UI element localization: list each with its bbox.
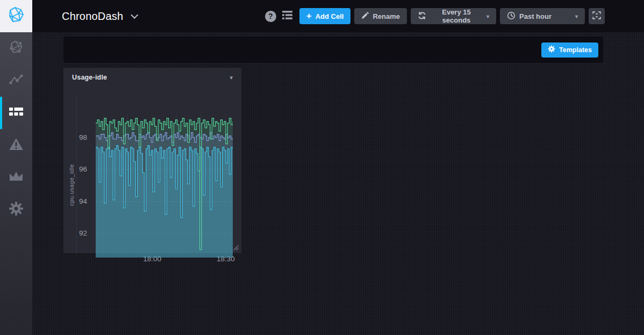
sidebar-item-data-explorer[interactable] — [0, 65, 32, 97]
cell-chart-area: cpu.usage_idle 98969492 18:0018:30 — [63, 87, 241, 253]
dashboard-title-dropdown[interactable]: ChronoDash — [62, 0, 136, 32]
refresh-interval-dropdown[interactable]: Every 15 seconds ▾ — [411, 8, 496, 24]
help-button[interactable]: ? — [265, 11, 276, 22]
graph-options-button[interactable] — [282, 11, 292, 22]
clock-icon — [507, 11, 516, 22]
plus-icon: + — [306, 11, 312, 20]
list-icon — [282, 11, 292, 22]
templates-label: Templates — [559, 46, 592, 54]
refresh-icon — [418, 11, 426, 22]
fullscreen-icon — [592, 11, 601, 21]
cell-resize-handle[interactable] — [231, 243, 239, 251]
cubo-icon — [8, 39, 24, 58]
cell-title: Usage-idle — [72, 74, 107, 81]
y-tick-label: 94 — [69, 197, 87, 205]
cell-header[interactable]: Usage-idle ▾ — [63, 68, 241, 87]
crown-icon — [9, 171, 24, 184]
navbar-actions: ? + Add Cell Rename — [265, 0, 605, 32]
refresh-interval-label: Every 15 seconds — [430, 8, 483, 24]
gear-icon — [9, 201, 24, 218]
dashboards-grid-icon — [9, 108, 23, 118]
cell-menu-caret-icon: ▾ — [230, 74, 233, 81]
app-logo-button[interactable] — [0, 0, 32, 32]
usage-chart-svg[interactable] — [96, 113, 233, 258]
time-range-label: Past hour — [519, 12, 552, 20]
time-range-dropdown[interactable]: Past hour ▾ — [500, 8, 585, 24]
sidebar-item-alerts[interactable] — [0, 129, 32, 161]
alert-triangle-icon — [9, 138, 24, 153]
pencil-icon — [361, 12, 369, 21]
graph-line-icon — [9, 73, 24, 88]
chevron-down-icon — [131, 11, 138, 19]
y-tick-label: 92 — [69, 229, 87, 237]
chronograf-logo-icon — [7, 6, 25, 26]
y-tick-label: 96 — [69, 165, 87, 173]
question-icon: ? — [268, 12, 273, 20]
dashboard-cell-usage-idle: Usage-idle ▾ cpu.usage_idle 98969492 18:… — [63, 68, 241, 253]
template-variables-bar: Templates — [63, 37, 603, 63]
rename-label: Rename — [373, 12, 400, 20]
presentation-mode-button[interactable] — [589, 8, 605, 24]
templates-button[interactable]: Templates — [541, 42, 598, 58]
sidebar-item-settings[interactable] — [0, 194, 32, 226]
sidebar-item-hosts[interactable] — [0, 32, 32, 65]
add-cell-label: Add Cell — [316, 12, 344, 20]
caret-down-icon: ▾ — [575, 13, 578, 19]
y-tick-label: 98 — [69, 133, 87, 141]
page-title: ChronoDash — [62, 10, 123, 23]
sidebar-item-dashboards[interactable] — [0, 97, 32, 129]
gear-icon — [548, 45, 555, 54]
top-navbar: ChronoDash ? + Add Cell — [0, 0, 644, 32]
rename-button[interactable]: Rename — [354, 8, 407, 24]
left-sidebar — [0, 32, 32, 335]
caret-down-icon: ▾ — [486, 13, 489, 19]
add-cell-button[interactable]: + Add Cell — [299, 8, 351, 24]
sidebar-item-admin[interactable] — [0, 161, 32, 194]
